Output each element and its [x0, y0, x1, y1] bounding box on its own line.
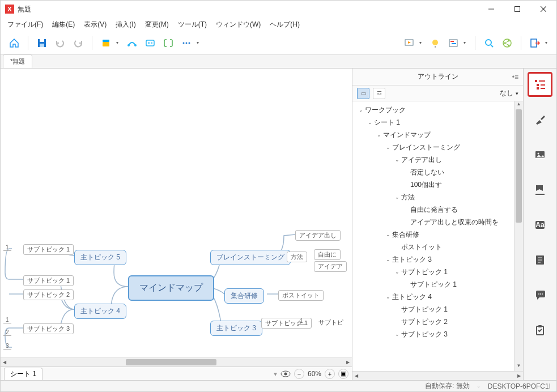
tree-row[interactable]: ⌄主トピック 4	[352, 291, 523, 303]
share-button[interactable]	[499, 35, 515, 51]
menu-edit[interactable]: 編集(E)	[48, 19, 79, 31]
tab-active[interactable]: *無題	[3, 54, 32, 68]
minimize-button[interactable]	[478, 1, 504, 18]
menu-window[interactable]: ウィンドウ(W)	[211, 19, 265, 31]
tree-row[interactable]: ⌄ワークブック	[352, 104, 523, 116]
zoom-fit-button[interactable]: ▣	[338, 369, 348, 379]
tree-row[interactable]: ⌄集合研修	[352, 228, 523, 241]
scroll-down-arrow[interactable]: ▼	[515, 363, 523, 371]
side-tab-comments[interactable]	[528, 283, 552, 308]
methods-node[interactable]: 方法	[287, 252, 307, 262]
tree-row[interactable]: ⌄主トピック 3	[352, 253, 523, 266]
undo-button[interactable]	[52, 35, 68, 51]
sub-1b[interactable]: サブトピック 1	[23, 275, 74, 286]
tree-row[interactable]: サブトピック 2	[352, 316, 523, 328]
tree-caret[interactable]: ⌄	[384, 294, 392, 300]
idea-out-node[interactable]: アイデア出し	[295, 230, 341, 241]
scroll-up-arrow[interactable]: ▲	[515, 101, 523, 109]
marker-button[interactable]	[98, 35, 114, 51]
outline-tree[interactable]: ⌄ワークブック⌄シート 1⌄マインドマップ⌄ブレインストーミング⌄アイデア出し否…	[352, 101, 523, 371]
idea2-node[interactable]: アイデア	[314, 261, 347, 272]
tree-row[interactable]: サブトピック 1	[352, 278, 523, 291]
outline-vertical-scrollbar[interactable]: ▲ ▼	[514, 101, 523, 371]
zoom-value[interactable]: 60%	[308, 370, 321, 378]
menu-file[interactable]: ファイル(F)	[3, 19, 48, 31]
outline-filter[interactable]: なし ▾	[500, 88, 518, 98]
side-tab-image[interactable]	[528, 142, 552, 167]
close-button[interactable]	[530, 1, 556, 18]
tree-row[interactable]: 自由に発言する	[352, 203, 523, 216]
central-topic[interactable]: マインドマップ	[128, 275, 214, 301]
side-tab-notes[interactable]	[528, 248, 552, 272]
sub-1a[interactable]: サブトピック 1	[23, 244, 74, 255]
export-button[interactable]	[527, 35, 543, 51]
topic-3[interactable]: 主トピック 3	[210, 321, 262, 336]
outline-menu-icon[interactable]: •≡	[512, 73, 518, 81]
menu-insert[interactable]: 挿入(I)	[111, 19, 140, 31]
tree-caret[interactable]: ⌄	[393, 157, 401, 163]
tree-row[interactable]: サブトピック 1	[352, 303, 523, 316]
side-tab-marker[interactable]	[528, 177, 552, 202]
tree-caret[interactable]: ⌄	[366, 120, 374, 125]
zoom-in-button[interactable]: +	[325, 369, 335, 379]
tree-caret[interactable]: ⌄	[384, 232, 392, 237]
postit-node[interactable]: ポストイット	[278, 290, 324, 301]
outline-card-view[interactable]: ▭	[357, 88, 369, 99]
tree-row[interactable]: ⌄ブレインストーミング	[352, 141, 523, 154]
menu-view[interactable]: 表示(V)	[79, 19, 111, 31]
menu-help[interactable]: ヘルプ(H)	[265, 19, 304, 31]
free-node[interactable]: 自由に	[314, 249, 341, 260]
gantt-dropdown[interactable]: ▾	[464, 40, 469, 45]
export-dropdown[interactable]: ▾	[545, 40, 551, 45]
sub-3[interactable]: サブトピック 3	[23, 323, 74, 334]
side-tab-task[interactable]	[528, 318, 552, 343]
save-button[interactable]	[34, 35, 50, 51]
home-button[interactable]	[6, 35, 22, 51]
side-tab-outline[interactable]	[528, 72, 552, 97]
scroll-right-arrow[interactable]: ▶	[344, 360, 352, 365]
presentation-button[interactable]	[401, 35, 417, 51]
menu-modify[interactable]: 変更(M)	[141, 19, 173, 31]
presentation-dropdown[interactable]: ▾	[419, 40, 425, 45]
topic-4[interactable]: 主トピック 4	[74, 304, 126, 319]
tree-caret[interactable]: ⌄	[393, 331, 401, 337]
sheet-tab[interactable]: シート 1	[4, 368, 42, 380]
training-node[interactable]: 集合研修	[224, 288, 264, 304]
more-button[interactable]	[178, 35, 194, 51]
mindmap-canvas[interactable]: マインドマップ 主トピック 5 主トピック 4 主トピック 3 ブレインストーミ…	[1, 69, 352, 380]
menu-tools[interactable]: ツール(T)	[173, 19, 211, 31]
zoom-out-button[interactable]: −	[294, 369, 304, 379]
search-button[interactable]	[481, 35, 497, 51]
tree-caret[interactable]: ⌄	[384, 144, 392, 150]
marker-dropdown[interactable]: ▾	[116, 40, 122, 45]
boundary-button[interactable]	[142, 35, 158, 51]
redo-button[interactable]	[70, 35, 86, 51]
tree-row[interactable]: 100個出す	[352, 178, 523, 191]
side-tab-format[interactable]	[528, 107, 552, 132]
tree-row[interactable]: 否定しない	[352, 166, 523, 178]
outline-list-view[interactable]: ☲	[373, 88, 385, 99]
tree-caret[interactable]: ⌄	[357, 107, 365, 113]
topic-5[interactable]: 主トピック 5	[74, 250, 126, 265]
outline-horizontal-scrollbar[interactable]: ◀ ▶	[352, 371, 523, 380]
side-tab-font[interactable]: Aa	[528, 212, 552, 237]
tree-caret[interactable]: ⌄	[384, 257, 392, 262]
outline-scroll-thumb[interactable]	[516, 109, 522, 223]
gantt-button[interactable]	[445, 35, 461, 51]
tree-caret[interactable]: ⌄	[393, 194, 401, 200]
brainstorm-button[interactable]	[427, 35, 443, 51]
tree-row[interactable]: ⌄マインドマップ	[352, 129, 523, 141]
tree-row[interactable]: ポストイット	[352, 241, 523, 253]
scroll-thumb[interactable]	[126, 359, 216, 365]
tree-row[interactable]: ⌄アイデア出し	[352, 154, 523, 166]
tree-caret[interactable]: ⌄	[393, 269, 401, 275]
more-dropdown[interactable]: ▾	[197, 40, 202, 45]
tree-row[interactable]: アイデア出しと収束の時間を	[352, 216, 523, 228]
tree-row[interactable]: ⌄シート 1	[352, 116, 523, 129]
tree-row[interactable]: ⌄サブトピック 3	[352, 328, 523, 340]
tree-row[interactable]: ⌄方法	[352, 191, 523, 203]
tree-row[interactable]: ⌄サブトピック 1	[352, 266, 523, 278]
sub-2[interactable]: サブトピック 2	[23, 289, 74, 300]
summary-button[interactable]	[160, 35, 176, 51]
canvas-horizontal-scrollbar[interactable]: ◀ ▶	[1, 357, 352, 367]
